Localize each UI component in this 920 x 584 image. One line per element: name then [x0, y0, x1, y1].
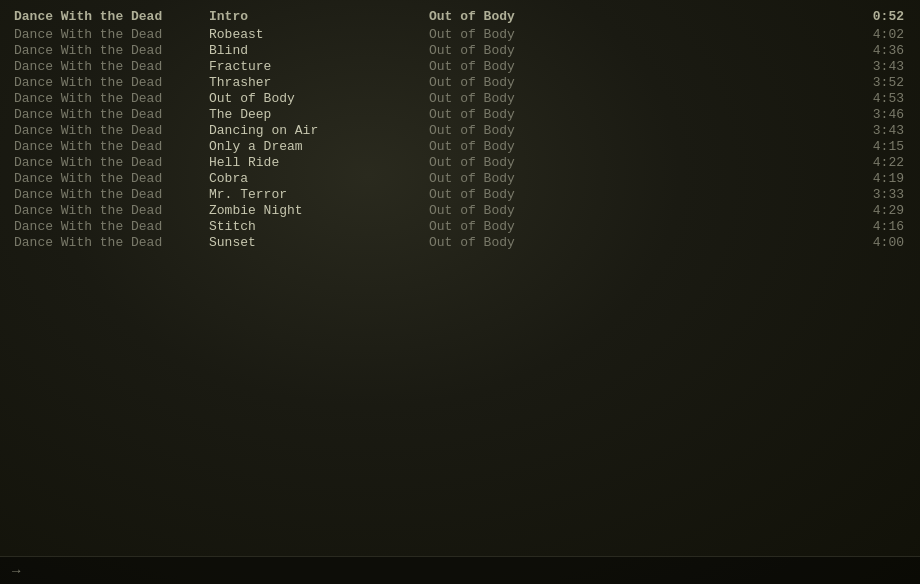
- track-artist: Dance With the Dead: [0, 75, 195, 90]
- track-album: Out of Body: [415, 139, 595, 154]
- table-row[interactable]: Dance With the DeadOnly a DreamOut of Bo…: [0, 138, 920, 154]
- track-title: Out of Body: [195, 91, 415, 106]
- table-row[interactable]: Dance With the DeadMr. TerrorOut of Body…: [0, 186, 920, 202]
- track-artist: Dance With the Dead: [0, 235, 195, 250]
- table-row[interactable]: Dance With the DeadHell RideOut of Body4…: [0, 154, 920, 170]
- track-album: Out of Body: [415, 43, 595, 58]
- table-row[interactable]: Dance With the DeadThrasherOut of Body3:…: [0, 74, 920, 90]
- track-title: Robeast: [195, 27, 415, 42]
- track-artist: Dance With the Dead: [0, 27, 195, 42]
- track-album: Out of Body: [415, 155, 595, 170]
- table-row[interactable]: Dance With the DeadZombie NightOut of Bo…: [0, 202, 920, 218]
- track-duration: 4:36: [595, 43, 920, 58]
- track-title: Blind: [195, 43, 415, 58]
- track-album: Out of Body: [415, 27, 595, 42]
- track-title: Mr. Terror: [195, 187, 415, 202]
- track-title: Only a Dream: [195, 139, 415, 154]
- table-row[interactable]: Dance With the DeadOut of BodyOut of Bod…: [0, 90, 920, 106]
- table-row[interactable]: Dance With the DeadSunsetOut of Body4:00: [0, 234, 920, 250]
- track-album: Out of Body: [415, 187, 595, 202]
- table-row[interactable]: Dance With the DeadCobraOut of Body4:19: [0, 170, 920, 186]
- track-duration: 4:02: [595, 27, 920, 42]
- track-title: Fracture: [195, 59, 415, 74]
- track-album: Out of Body: [415, 203, 595, 218]
- header-artist: Dance With the Dead: [0, 9, 195, 24]
- track-duration: 4:16: [595, 219, 920, 234]
- track-title: Thrasher: [195, 75, 415, 90]
- track-duration: 3:46: [595, 107, 920, 122]
- track-title: Cobra: [195, 171, 415, 186]
- track-duration: 3:43: [595, 123, 920, 138]
- track-artist: Dance With the Dead: [0, 139, 195, 154]
- track-album: Out of Body: [415, 171, 595, 186]
- track-list: Dance With the Dead Intro Out of Body 0:…: [0, 0, 920, 250]
- track-artist: Dance With the Dead: [0, 187, 195, 202]
- track-duration: 4:22: [595, 155, 920, 170]
- track-title: The Deep: [195, 107, 415, 122]
- track-title: Sunset: [195, 235, 415, 250]
- track-duration: 3:52: [595, 75, 920, 90]
- track-artist: Dance With the Dead: [0, 107, 195, 122]
- table-row[interactable]: Dance With the DeadThe DeepOut of Body3:…: [0, 106, 920, 122]
- track-album: Out of Body: [415, 107, 595, 122]
- track-duration: 3:43: [595, 59, 920, 74]
- table-row[interactable]: Dance With the DeadStitchOut of Body4:16: [0, 218, 920, 234]
- track-list-header: Dance With the Dead Intro Out of Body 0:…: [0, 8, 920, 24]
- track-album: Out of Body: [415, 235, 595, 250]
- track-title: Stitch: [195, 219, 415, 234]
- track-artist: Dance With the Dead: [0, 43, 195, 58]
- track-artist: Dance With the Dead: [0, 59, 195, 74]
- track-title: Hell Ride: [195, 155, 415, 170]
- track-album: Out of Body: [415, 91, 595, 106]
- track-artist: Dance With the Dead: [0, 123, 195, 138]
- track-artist: Dance With the Dead: [0, 91, 195, 106]
- bottom-bar: →: [0, 556, 920, 584]
- track-artist: Dance With the Dead: [0, 155, 195, 170]
- track-artist: Dance With the Dead: [0, 219, 195, 234]
- track-artist: Dance With the Dead: [0, 171, 195, 186]
- track-duration: 4:29: [595, 203, 920, 218]
- track-album: Out of Body: [415, 219, 595, 234]
- table-row[interactable]: Dance With the DeadDancing on AirOut of …: [0, 122, 920, 138]
- track-duration: 4:00: [595, 235, 920, 250]
- track-album: Out of Body: [415, 123, 595, 138]
- arrow-icon: →: [12, 563, 20, 579]
- track-duration: 4:15: [595, 139, 920, 154]
- header-duration: 0:52: [595, 9, 920, 24]
- track-album: Out of Body: [415, 75, 595, 90]
- track-title: Dancing on Air: [195, 123, 415, 138]
- header-album: Out of Body: [415, 9, 595, 24]
- track-title: Zombie Night: [195, 203, 415, 218]
- track-album: Out of Body: [415, 59, 595, 74]
- table-row[interactable]: Dance With the DeadRobeastOut of Body4:0…: [0, 26, 920, 42]
- table-row[interactable]: Dance With the DeadFractureOut of Body3:…: [0, 58, 920, 74]
- track-artist: Dance With the Dead: [0, 203, 195, 218]
- table-row[interactable]: Dance With the DeadBlindOut of Body4:36: [0, 42, 920, 58]
- track-duration: 3:33: [595, 187, 920, 202]
- header-title: Intro: [195, 9, 415, 24]
- track-duration: 4:53: [595, 91, 920, 106]
- track-duration: 4:19: [595, 171, 920, 186]
